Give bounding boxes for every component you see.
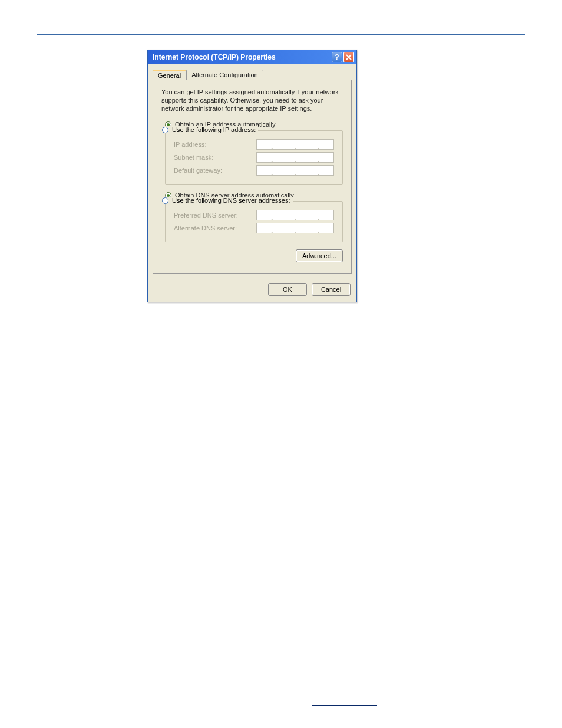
dot-icon: . xyxy=(270,156,273,162)
dot-icon: . xyxy=(293,226,296,233)
tab-alternate-configuration[interactable]: Alternate Configuration xyxy=(186,70,263,80)
general-panel: You can get IP settings assigned automat… xyxy=(153,80,352,274)
default-gateway-row: Default gateway: . . . xyxy=(174,165,336,176)
subnet-mask-label: Subnet mask: xyxy=(174,154,256,161)
window-title: Internet Protocol (TCP/IP) Properties xyxy=(153,53,330,61)
ip-address-row: IP address: . . . xyxy=(174,139,336,150)
radio-use-following-dns[interactable]: Use the following DNS server addresses: xyxy=(162,197,293,204)
dialog-footer: OK Cancel xyxy=(148,278,356,302)
ip-address-label: IP address: xyxy=(174,141,256,148)
ok-button[interactable]: OK xyxy=(268,283,307,296)
dot-icon: . xyxy=(293,169,296,175)
preferred-dns-label: Preferred DNS server: xyxy=(174,212,256,219)
description-text: You can get IP settings assigned automat… xyxy=(161,88,343,113)
footer-link[interactable] xyxy=(312,698,377,706)
dot-icon: . xyxy=(270,143,273,149)
close-icon xyxy=(346,54,352,60)
close-button[interactable] xyxy=(343,52,354,62)
advanced-row: Advanced... xyxy=(161,249,343,265)
subnet-mask-input[interactable]: . . . xyxy=(256,152,334,163)
static-ip-group: Use the following IP address: IP address… xyxy=(165,130,343,185)
radio-use-following-ip[interactable]: Use the following IP address: xyxy=(162,126,258,133)
cancel-button[interactable]: Cancel xyxy=(312,283,351,296)
default-gateway-label: Default gateway: xyxy=(174,167,256,174)
dot-icon: . xyxy=(293,143,296,149)
subnet-mask-row: Subnet mask: . . . xyxy=(174,152,336,163)
tcpip-properties-dialog: Internet Protocol (TCP/IP) Properties ? … xyxy=(147,50,357,302)
radio-label: Use the following DNS server addresses: xyxy=(172,197,290,204)
preferred-dns-row: Preferred DNS server: . . . xyxy=(174,210,336,220)
default-gateway-input[interactable]: . . . xyxy=(256,165,334,176)
dot-icon: . xyxy=(317,226,320,233)
page-divider xyxy=(37,34,525,35)
dot-icon: . xyxy=(317,213,320,220)
radio-icon xyxy=(162,127,168,133)
dot-icon: . xyxy=(317,143,320,149)
alternate-dns-input[interactable]: . . . xyxy=(256,223,334,233)
alternate-dns-label: Alternate DNS server: xyxy=(174,225,256,232)
dot-icon: . xyxy=(270,213,273,220)
alternate-dns-row: Alternate DNS server: . . . xyxy=(174,223,336,233)
static-dns-group: Use the following DNS server addresses: … xyxy=(165,201,343,242)
titlebar[interactable]: Internet Protocol (TCP/IP) Properties ? xyxy=(148,50,356,64)
dot-icon: . xyxy=(317,169,320,175)
radio-icon xyxy=(162,197,168,204)
dot-icon: . xyxy=(270,169,273,175)
dot-icon: . xyxy=(317,156,320,162)
advanced-button[interactable]: Advanced... xyxy=(296,249,343,262)
tab-strip: General Alternate Configuration xyxy=(153,69,352,80)
help-button[interactable]: ? xyxy=(332,52,342,62)
dot-icon: . xyxy=(293,213,296,220)
dialog-body: General Alternate Configuration You can … xyxy=(148,64,356,278)
ip-address-input[interactable]: . . . xyxy=(256,139,334,150)
tab-general[interactable]: General xyxy=(153,70,186,80)
preferred-dns-input[interactable]: . . . xyxy=(256,210,334,220)
dot-icon: . xyxy=(293,156,296,162)
radio-label: Use the following IP address: xyxy=(172,126,256,133)
dot-icon: . xyxy=(270,226,273,233)
